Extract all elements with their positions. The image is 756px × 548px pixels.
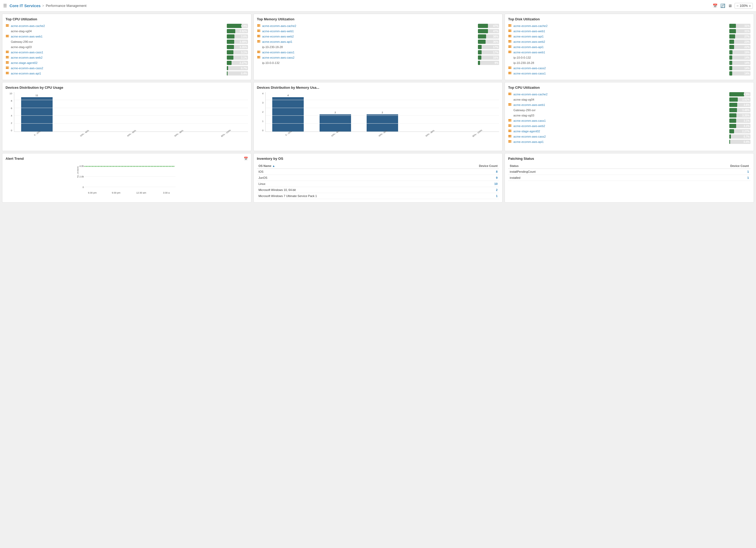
device-name[interactable]: acme-ecomm-aws-web1 [11,35,225,38]
breadcrumb: Core IT Services > Performance Managemen… [10,3,86,8]
utilization-bar-container: 0.7% [227,66,248,70]
orange-server-icon [508,103,512,107]
table-row[interactable]: JunOS9 [257,175,499,181]
utilization-bar [478,34,486,39]
utilization-bar [729,119,736,123]
device-name[interactable]: acme-ecomm-aws-cass1 [11,51,225,54]
utilization-bar-container: 3.6% [729,103,750,107]
device-name[interactable]: acme-ecomm-aws-cache2 [513,24,728,27]
svg-point-54 [511,25,511,25]
zoom-in-button[interactable]: + [749,4,751,8]
breadcrumb-separator: > [42,4,44,8]
table-row[interactable]: Microsoft Windows 7 Ultimate Service Pac… [257,193,499,199]
device-name[interactable]: acme-ecomm-aws-cass2 [262,56,477,59]
utilization-bar [227,40,234,44]
utilization-bar-container: 47% [478,29,499,33]
table-row[interactable]: installed1 [508,175,750,181]
device-name[interactable]: acme-ecomm-aws-web1 [262,30,477,33]
device-name[interactable]: acme-ecomm-aws-cass2 [11,67,225,70]
alert-dot [169,166,170,167]
utilization-percent: 3.1% [744,125,750,128]
cpu-util-list: acme-ecomm-aws-cache26.9%acme-stag-vg043… [6,24,248,76]
breadcrumb-home[interactable]: Core IT Services [10,3,41,8]
device-name[interactable]: acme-ecomm-aws-api1 [513,140,728,143]
device-name[interactable]: acme-ecomm-aws-api1 [513,45,728,49]
device-name[interactable]: acme-ecomm-aws-web2 [262,35,477,38]
device-name: acme-stag-vg04 [513,98,728,101]
list-item: ip-10-230-18-2814% [508,61,750,65]
table-row[interactable]: Linux10 [257,181,499,187]
count-col-header[interactable]: Device Count [436,163,499,169]
device-name[interactable]: acme-stage-agent02 [513,130,728,133]
device-name[interactable]: acme-ecomm-aws-cache2 [513,93,728,96]
device-name[interactable]: acme-stage-agent02 [11,61,225,64]
device-name[interactable]: acme-ecomm-aws-api1 [513,35,728,38]
device-name[interactable]: acme-ecomm-aws-cass2 [513,67,728,70]
utilization-bar [478,24,488,28]
os-col-header[interactable]: OS Name ▲ [257,163,436,169]
utilization-percent: 0.4% [744,141,750,143]
utilization-bar [729,92,744,96]
svg-point-42 [260,40,260,41]
alert-dot [161,166,162,167]
svg-point-23 [8,68,9,69]
device-name[interactable]: acme-ecomm-aws-cass1 [513,119,728,122]
device-name[interactable]: acme-ecomm-aws-web2 [11,56,225,59]
display-icon[interactable]: 🖥 [728,3,732,8]
utilization-percent: 16% [493,56,498,59]
refresh-icon[interactable]: 🔄 [720,3,725,8]
device-name[interactable]: acme-ecomm-aws-cache2 [262,24,477,27]
device-count-cell: 1 [436,193,499,199]
alert-dot [86,166,87,167]
utilization-bar-container: 0.7% [729,135,750,139]
device-name[interactable]: acme-ecomm-aws-web2 [513,124,728,128]
table-row[interactable]: IOS8 [257,169,499,175]
alert-calendar-icon[interactable]: 📅 [244,157,248,161]
device-name[interactable]: acme-ecomm-aws-cass1 [513,72,728,75]
list-item: acme-stage-agent022.27% [508,129,750,133]
device-name[interactable]: acme-ecomm-aws-cass1 [262,51,477,54]
alert-x-label: 9:30 pm [112,192,121,194]
orange-server-icon [508,92,512,96]
os-name-cell: IOS [257,169,436,175]
table-row[interactable]: installPendingCount1 [508,169,750,175]
y-axis-tick: 10 [10,92,12,95]
svg-point-30 [260,25,260,25]
device-name[interactable]: acme-ecomm-aws-api1 [262,40,477,43]
calendar-icon[interactable]: 📅 [713,3,718,8]
utilization-bar-container: 6.9% [227,24,248,28]
list-item: acme-stag-vg033.35% [6,45,248,49]
alert-dot [124,166,125,167]
device-name[interactable]: acme-ecomm-aws-web2 [513,40,728,43]
utilization-percent: 36% [493,40,498,43]
svg-point-74 [511,51,511,52]
zoom-out-button[interactable]: − [736,4,739,8]
device-name[interactable]: acme-ecomm-aws-web1 [513,103,728,106]
alert-dot [87,166,89,167]
alert-dot [84,166,85,167]
orange-server-icon [508,72,512,76]
device-name[interactable]: acme-ecomm-aws-cache2 [11,24,225,27]
utilization-bar-container: 3.6% [227,34,248,39]
alert-dot [158,166,159,167]
utilization-percent: 0.7% [744,135,750,138]
utilization-percent: 3.49% [742,109,750,112]
orange-server-icon [508,40,512,44]
device-name[interactable]: acme-ecomm-aws-web1 [513,30,728,33]
device-name[interactable]: acme-ecomm-aws-api1 [11,72,225,75]
alert-x-label: 12:30 am [136,192,146,194]
device-name[interactable]: acme-ecomm-aws-cass2 [513,135,728,138]
menu-icon[interactable]: ☰ [3,3,7,8]
alert-x-label: 3:30 a [163,192,170,194]
alert-dot [121,166,122,167]
utilization-percent: 31% [744,25,750,27]
table-row[interactable]: Microsoft Windows 10, 64-bit2 [257,187,499,193]
svg-point-35 [260,31,260,32]
gridline [14,108,248,108]
y-axis-tick: 8 [11,100,12,102]
y-axis-tick: 0 [11,129,12,132]
device-name[interactable]: acme-ecomm-aws-web1 [513,51,728,54]
list-item: ip-10-0-0-1329% [257,61,499,65]
alert-dot [145,166,146,167]
alert-y-label: 0 [82,186,84,189]
